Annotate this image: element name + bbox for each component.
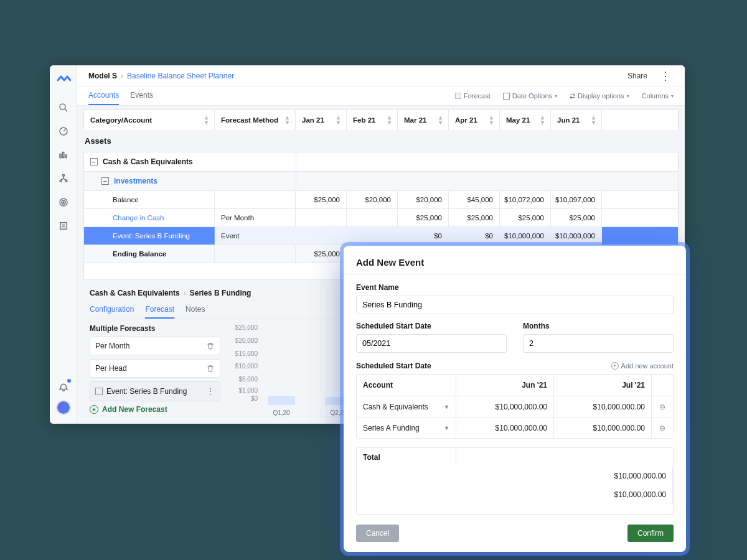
svg-point-11 [63,202,64,203]
svg-line-1 [65,109,67,111]
add-account-button[interactable]: +Add new account [611,362,674,370]
reports-icon[interactable] [57,149,70,161]
sliders-icon: ⇄ [570,92,575,100]
notifications-icon[interactable] [57,380,70,393]
accounts-table: Account Jun '21 Jul '21 Cash & Equivalen… [356,374,674,439]
more-menu-icon[interactable]: ⋮ [657,69,674,83]
svg-point-8 [65,180,67,182]
forecast-item-per-month[interactable]: Per Month [90,337,220,355]
months-input[interactable] [523,334,674,353]
account-value-cell[interactable]: $10,000,000.00 [554,396,652,417]
sort-icon: ▴▾ [205,115,208,125]
trash-icon[interactable] [206,364,215,373]
cancel-button[interactable]: Cancel [356,525,399,542]
event-name-label: Event Name [356,283,674,292]
calendar-icon [503,93,510,100]
chart-bar [268,396,295,405]
row-balance[interactable]: Balance $25,000 $20,000 $20,000 $45,000 … [83,190,679,208]
section-assets: Assets [83,130,679,152]
sidebar [50,65,77,424]
target-icon[interactable] [57,196,70,208]
list-icon[interactable] [57,220,70,232]
months-label: Months [523,322,674,330]
col-month-1[interactable]: Feb 21▴▾ [347,110,398,130]
detail-tab-configuration[interactable]: Configuration [90,301,134,319]
breadcrumb-leaf[interactable]: Baseline Balance Sheet Planner [127,72,234,80]
remove-row-icon[interactable]: ⊖ [652,396,673,417]
add-new-forecast-button[interactable]: + Add New Forecast [90,405,220,414]
account-value-cell[interactable]: $10,000,000.00 [456,418,554,438]
tab-events[interactable]: Events [130,86,153,105]
svg-rect-12 [60,223,67,230]
remove-row-icon[interactable]: ⊖ [652,418,673,438]
row-event-series-b[interactable]: Event: Series B Funding Event $0 $0 $10,… [83,226,679,245]
accounts-section-label: Scheduled Start Date [356,362,431,370]
trash-icon[interactable] [206,342,215,350]
svg-point-7 [60,180,62,182]
accounts-header-row: Account Jun '21 Jul '21 [357,375,673,396]
account-row: Series A Funding▼ $10,000,000.00 $10,000… [357,417,673,438]
group-investments[interactable]: −Investments [83,171,679,190]
flag-icon [95,388,103,395]
plus-circle-icon: + [611,362,619,370]
collapse-icon[interactable]: − [90,158,98,166]
grid-header-row: Category/Account▴▾ Forecast Method▴▾ Jan… [83,110,679,130]
start-date-label: Scheduled Start Date [356,322,507,330]
account-value-cell[interactable]: $10,000,000.00 [456,396,554,417]
add-event-modal: Add New Event Event Name Scheduled Start… [344,246,686,552]
col-month-3[interactable]: Apr 21▴▾ [449,110,500,130]
breadcrumb: Model S › Baseline Balance Sheet Planner [88,72,234,80]
dashboard-icon[interactable] [57,125,70,138]
modal-title: Add New Event [356,257,674,268]
user-avatar[interactable] [56,400,71,415]
chevron-right-icon: › [121,72,123,80]
sort-icon: ▴▾ [286,115,289,125]
forecast-item-event-series-b[interactable]: Event: Series B Funding ⋮ [90,381,220,401]
forecasts-list: Multiple Forecasts Per Month Per Head Ev… [90,324,220,418]
account-select[interactable]: Series A Funding▼ [357,418,456,438]
svg-rect-5 [65,155,67,158]
col-month-0[interactable]: Jan 21▴▾ [296,110,347,130]
search-icon[interactable] [57,101,70,114]
forecast-toggle[interactable]: Forecast [455,92,491,100]
svg-point-6 [62,174,64,176]
col-month-2[interactable]: Mar 21▴▾ [398,110,449,130]
breadcrumb-root[interactable]: Model S [88,72,117,80]
more-icon[interactable]: ⋮ [206,386,215,396]
topbar: Model S › Baseline Balance Sheet Planner… [77,65,685,86]
account-select[interactable]: Cash & Equivalents▼ [357,396,456,417]
account-value-cell[interactable]: $10,000,000.00 [554,418,652,438]
chart-x-label: Q1,20 [268,409,295,416]
collapse-icon[interactable]: − [101,177,109,185]
svg-rect-4 [62,152,63,158]
multiple-forecasts-title: Multiple Forecasts [90,324,220,333]
row-change-in-cash[interactable]: Change in Cash Per Month $25,000 $25,000… [83,208,679,226]
share-button[interactable]: Share [624,69,651,83]
svg-point-0 [60,104,65,110]
total-row: Total $10,000,000.00 $10,000,000.00 [356,447,674,515]
detail-tab-forecast[interactable]: Forecast [145,301,174,319]
tab-accounts[interactable]: Accounts [88,86,119,105]
col-category[interactable]: Category/Account▴▾ [84,110,215,130]
col-month-5[interactable]: Jun 21▴▾ [551,110,602,130]
event-name-input[interactable] [356,296,674,314]
account-row: Cash & Equivalents▼ $10,000,000.00 $10,0… [357,396,673,417]
group-cash-equivalents[interactable]: −Cash & Cash Equivalents [83,152,679,171]
detail-tab-notes[interactable]: Notes [186,301,205,319]
date-options-menu[interactable]: Date Options▾ [503,92,557,100]
col-month-4[interactable]: May 21▴▾ [500,110,551,130]
start-date-input[interactable] [356,334,507,353]
nodes-icon[interactable] [57,172,70,185]
sub-nav: Accounts Events Forecast Date Options▾ ⇄… [77,86,685,106]
columns-menu[interactable]: Columns▾ [642,92,674,100]
svg-rect-3 [60,154,61,158]
display-options-menu[interactable]: ⇄Display options▾ [570,92,629,100]
plus-circle-icon: + [90,405,98,414]
confirm-button[interactable]: Confirm [627,525,674,542]
forecast-item-per-head[interactable]: Per Head [90,359,220,378]
chevron-down-icon: ▼ [444,425,449,431]
chevron-down-icon: ▼ [444,404,449,410]
app-logo [56,72,71,86]
col-forecast-method[interactable]: Forecast Method▴▾ [215,110,296,130]
